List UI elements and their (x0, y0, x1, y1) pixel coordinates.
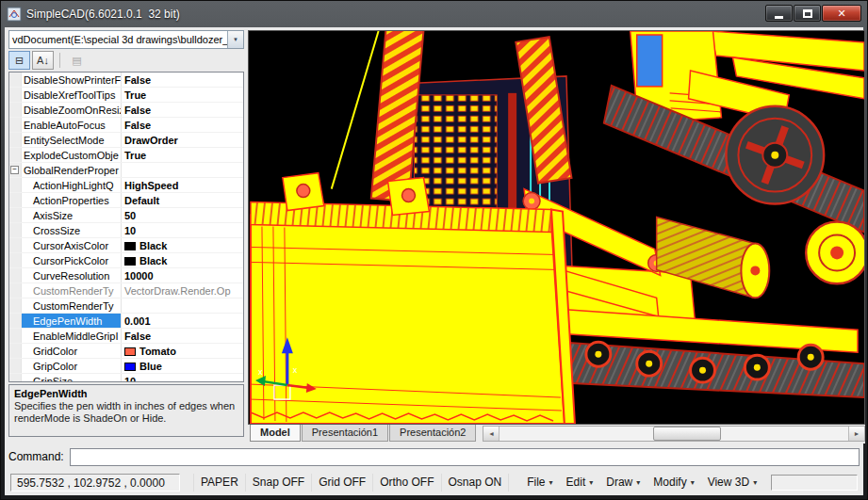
property-name: CustomRenderTy (22, 298, 122, 313)
color-swatch (124, 347, 136, 356)
command-line: Command: (5, 445, 863, 468)
property-name: DisableShowPrinterF (22, 73, 122, 87)
property-value: False (122, 329, 243, 343)
property-name: EntitySelectMode (22, 133, 122, 147)
collapse-toggle[interactable]: − (10, 166, 19, 174)
close-button[interactable]: ✕ (822, 5, 861, 22)
minimize-button[interactable] (765, 5, 793, 22)
tab-model[interactable]: Model (250, 425, 301, 442)
status-extra-panel (771, 475, 858, 491)
categorized-button[interactable]: ⊟ (8, 51, 30, 70)
property-category-row[interactable]: −GlobalRenderProper (9, 163, 243, 178)
chevron-down-icon: ▾ (691, 474, 695, 492)
property-row[interactable]: GripSize10 (9, 374, 243, 382)
description-text: Specifies the pen width in inches of edg… (14, 400, 238, 425)
property-value: True (122, 148, 243, 162)
color-swatch (124, 363, 136, 371)
property-value: False (122, 73, 243, 87)
menu-draw[interactable]: Draw▾ (599, 474, 647, 492)
property-row[interactable]: DisableZoomOnResizFalse (9, 103, 243, 118)
color-swatch (124, 257, 136, 266)
menu-file[interactable]: File▾ (520, 474, 559, 492)
status-bar: 595.7532 , 102.9752 , 0.0000 PAPER Snap … (5, 470, 863, 494)
property-value: 50 (122, 208, 243, 222)
property-name: ExplodeCustomObje (22, 148, 122, 162)
property-row[interactable]: GripColorBlue (9, 359, 243, 374)
menu-modify[interactable]: Modify▾ (647, 474, 700, 492)
chevron-down-icon: ▾ (589, 474, 593, 492)
property-row[interactable]: CrossSize10 (9, 223, 243, 238)
osnap-toggle[interactable]: Osnap ON (442, 474, 510, 492)
command-input[interactable] (70, 448, 860, 466)
property-name: GridColor (22, 344, 122, 358)
property-row[interactable]: CustomRenderTyVectorDraw.Render.Op (9, 283, 243, 298)
property-row[interactable]: EntitySelectModeDrawOrder (9, 133, 243, 148)
property-value: False (122, 118, 243, 132)
maximize-button[interactable] (794, 5, 821, 22)
scrollbar-thumb[interactable] (653, 427, 721, 441)
scrollbar-track[interactable] (500, 427, 848, 441)
object-selector-value: vdDocument(E:\special 3d drawings\bulldo… (9, 31, 227, 48)
property-row[interactable]: CustomRenderTy (9, 298, 243, 314)
svg-text:x: x (293, 365, 298, 375)
ortho-toggle[interactable]: Ortho OFF (373, 474, 441, 492)
property-name: GripColor (22, 359, 122, 373)
property-value: Black (122, 253, 243, 267)
scroll-right-button[interactable]: ► (848, 427, 864, 441)
property-row[interactable]: CursorAxisColorBlack (9, 238, 243, 253)
property-value: False (122, 103, 243, 117)
menu-view3d[interactable]: View 3D▾ (701, 474, 763, 492)
paper-mode-toggle[interactable]: PAPER (193, 474, 246, 492)
property-row[interactable]: EnableMiddleGripIFalse (9, 329, 243, 344)
chevron-down-icon: ▾ (549, 474, 553, 492)
dropdown-arrow-icon[interactable]: ▼ (227, 31, 243, 48)
property-row[interactable]: CursorPickColorBlack (9, 253, 243, 268)
property-name: CurveResolution (22, 268, 122, 282)
property-value: 0.001 (122, 314, 243, 328)
property-row[interactable]: CurveResolution10000 (9, 268, 243, 283)
menu-edit[interactable]: Edit▾ (560, 474, 600, 492)
property-name: EdgePenWidth (22, 314, 122, 328)
property-row[interactable]: ActionHighLightQHighSpeed (9, 178, 243, 193)
property-value: HighSpeed (122, 178, 243, 192)
app-icon (7, 7, 22, 22)
property-inspector-panel: vdDocument(E:\special 3d drawings\bulldo… (8, 30, 244, 495)
coordinates-display: 595.7532 , 102.9752 , 0.0000 (10, 474, 180, 492)
property-value: 10000 (122, 268, 243, 282)
property-row[interactable]: DisableXrefToolTipsTrue (9, 88, 243, 103)
property-pages-button[interactable]: ▤ (66, 51, 88, 70)
property-value: Black (122, 238, 243, 252)
chevron-down-icon: ▾ (753, 474, 757, 492)
property-row[interactable]: DisableShowPrinterFFalse (9, 73, 243, 88)
title-bar: SimpleCAD(6.6021.0.1 32 bit) ✕ (1, 1, 867, 26)
tab-presentacion2[interactable]: Presentación2 (389, 425, 476, 442)
snap-toggle[interactable]: Snap OFF (246, 474, 312, 492)
property-toolbar: ⊟ A↓ ▤ (8, 49, 244, 72)
property-value (122, 163, 243, 177)
property-row[interactable]: AxisSize50 (9, 208, 243, 223)
property-row-selected[interactable]: EdgePenWidth0.001 (9, 314, 243, 329)
property-row[interactable]: GridColorTomato (9, 344, 243, 359)
property-name: CustomRenderTy (22, 283, 122, 298)
alphabetical-sort-button[interactable]: A↓ (32, 51, 54, 70)
maximize-icon (803, 9, 812, 18)
bulldozer-drawing: x x (249, 31, 864, 424)
horizontal-scrollbar[interactable]: ◄ ► (483, 426, 865, 442)
property-name: GripSize (22, 374, 122, 382)
property-value (122, 298, 243, 313)
scroll-left-button[interactable]: ◄ (483, 427, 500, 441)
property-row[interactable]: ActionPropertiesDefault (9, 193, 243, 208)
color-swatch (124, 242, 136, 250)
layout-tab-bar: Model Presentación1 Presentación2 ◄ ► (248, 425, 865, 444)
object-selector[interactable]: vdDocument(E:\special 3d drawings\bulldo… (8, 30, 244, 49)
property-row[interactable]: EnableAutoFocusFalse (9, 118, 243, 133)
tab-presentacion1[interactable]: Presentación1 (302, 425, 388, 442)
property-value: Default (122, 193, 243, 207)
property-name: ActionProperties (22, 193, 122, 207)
client-area: vdDocument(E:\special 3d drawings\bulldo… (5, 27, 863, 495)
grid-toggle[interactable]: Grid OFF (312, 474, 373, 492)
svg-text:x: x (258, 367, 263, 377)
property-value: DrawOrder (122, 133, 243, 147)
drawing-viewport[interactable]: x x (248, 30, 865, 425)
property-row[interactable]: ExplodeCustomObjeTrue (9, 148, 243, 163)
